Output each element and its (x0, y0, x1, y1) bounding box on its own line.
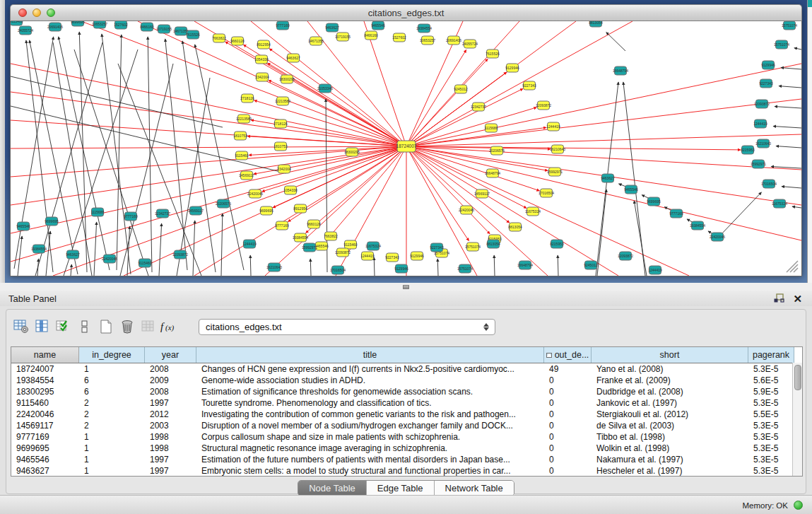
graph-node[interactable]: 12093872 (335, 248, 351, 257)
graph-node[interactable]: 12342737 (471, 103, 486, 111)
select-all-icon[interactable] (53, 317, 74, 337)
cell-out_degree[interactable]: 0 (544, 397, 592, 409)
import-table-icon[interactable] (138, 317, 159, 337)
graph-node[interactable]: 19384554 (690, 221, 705, 230)
cell-out_degree[interactable]: 0 (544, 386, 592, 397)
graph-node[interactable]: 12213589 (236, 115, 252, 123)
graph-node[interactable]: 19384554 (416, 24, 432, 33)
column-visibility-icon[interactable] (32, 317, 53, 337)
graph-node[interactable]: 11675324 (365, 242, 381, 250)
graph-node[interactable]: 9660128 (230, 37, 245, 45)
graph-node[interactable]: 8215953 (741, 146, 755, 154)
table-settings-icon[interactable] (11, 317, 32, 337)
graph-node[interactable]: 1054338 (283, 186, 298, 194)
column-header-out_degree[interactable]: out_de... (544, 347, 592, 363)
column-header-year[interactable]: year (145, 347, 196, 363)
divider-grip-icon[interactable] (403, 285, 409, 289)
graph-node[interactable]: 9465546 (16, 222, 30, 230)
graph-node[interactable]: 9699695 (45, 217, 59, 226)
graph-node[interactable]: 1115688 (485, 124, 498, 132)
graph-node[interactable]: 15751074 (774, 40, 789, 49)
graph-node[interactable]: 2718126 (273, 119, 288, 128)
column-header-name[interactable]: name (11, 347, 79, 363)
graph-node[interactable]: 7615526 (186, 30, 200, 39)
graph-node[interactable]: 9777169 (276, 21, 290, 30)
graph-node[interactable]: 16648794 (613, 66, 628, 75)
graph-node[interactable]: 9115460 (343, 240, 357, 249)
cell-title[interactable]: Estimation of significance thresholds fo… (196, 386, 544, 397)
cell-pagerank[interactable]: 5.3E-5 (748, 431, 794, 443)
table-row[interactable]: 911546021997Tourette syndrome. Phenomeno… (11, 397, 802, 409)
vertical-scrollbar[interactable] (792, 363, 802, 476)
cell-in_degree[interactable]: 6 (79, 375, 145, 386)
graph-node[interactable]: 16210643 (755, 139, 771, 148)
graph-node[interactable]: 22420046 (710, 233, 725, 241)
scrollbar-thumb[interactable] (794, 365, 801, 390)
graph-node[interactable]: 24055724 (462, 40, 478, 48)
graph-node[interactable]: 9115460 (138, 259, 151, 267)
graph-node[interactable]: 1054338 (254, 55, 269, 64)
cell-out_degree[interactable]: 0 (544, 431, 592, 443)
cell-pagerank[interactable]: 5.3E-5 (748, 397, 794, 409)
graph-node[interactable]: 12213589 (275, 97, 290, 105)
graph-node[interactable]: 8215953 (550, 240, 564, 248)
tab-edge-table[interactable]: Edge Table (367, 481, 435, 496)
graph-node[interactable]: 9129946 (410, 252, 424, 260)
cell-out_degree[interactable]: 0 (544, 420, 592, 431)
cell-title[interactable]: Corpus callosum shape and size in male p… (196, 431, 544, 443)
graph-node[interactable]: 8912954 (257, 40, 271, 49)
graph-node[interactable]: 2718126 (240, 94, 254, 103)
window-resize-grip[interactable] (784, 258, 799, 274)
cell-pagerank[interactable]: 5.9E-5 (748, 386, 794, 397)
graph-node[interactable]: 7663822 (212, 34, 226, 42)
cell-year[interactable]: 2009 (145, 375, 196, 386)
cell-name[interactable]: 9115460 (11, 397, 79, 409)
graph-node[interactable]: 1810753 (233, 132, 247, 140)
graph-node[interactable]: 2342004 (255, 73, 269, 81)
graph-node[interactable]: 15992971 (302, 243, 317, 252)
table-row[interactable]: 1938455462009Genome-wide association stu… (11, 375, 802, 386)
graph-node[interactable]: 9463627 (66, 250, 80, 259)
graph-node[interactable]: 12093872 (754, 100, 770, 108)
cell-name[interactable]: 18724007 (11, 363, 79, 375)
cell-in_degree[interactable]: 2 (79, 420, 145, 431)
graph-node[interactable]: 16210643 (550, 145, 565, 153)
graph-node[interactable]: 16210643 (266, 263, 282, 271)
new-table-icon[interactable] (95, 317, 117, 337)
cell-out_degree[interactable]: 0 (544, 454, 592, 465)
graph-node[interactable]: 8466160 (364, 31, 378, 40)
graph-node[interactable]: 1810753 (273, 142, 288, 151)
cell-year[interactable]: 1997 (145, 465, 196, 477)
cell-in_degree[interactable]: 2 (79, 409, 145, 420)
cell-title[interactable]: Investigating the contribution of common… (196, 409, 544, 420)
graph-node[interactable]: 9115460 (11, 21, 23, 25)
graph-node[interactable]: 18300295 (279, 75, 295, 83)
graph-node[interactable]: 17016504 (761, 180, 777, 188)
graph-node[interactable]: 8912954 (293, 204, 307, 213)
graph-node[interactable]: 12342737 (155, 209, 170, 218)
graph-node[interactable]: 22420046 (102, 255, 117, 263)
close-icon[interactable]: ✕ (793, 293, 802, 304)
graph-node[interactable]: 9129946 (505, 64, 519, 72)
table-row[interactable]: 946554611997Estimation of the future num… (11, 454, 802, 465)
cell-in_degree[interactable]: 1 (79, 363, 145, 375)
graph-node[interactable]: 12093872 (618, 252, 633, 260)
cell-pagerank[interactable]: 5.3E-5 (748, 443, 794, 454)
table-row[interactable]: 977716911998Corpus callosum shape and si… (11, 431, 802, 443)
graph-node[interactable]: 7615526 (486, 49, 500, 58)
graph-node[interactable]: 22420046 (459, 206, 474, 214)
graph-node[interactable]: 10719155 (335, 33, 351, 41)
cell-in_degree[interactable]: 6 (79, 386, 145, 397)
graph-node[interactable]: 18724007 (396, 141, 417, 152)
graph-node[interactable]: 9463627 (325, 23, 339, 32)
cell-name[interactable]: 19384554 (11, 375, 79, 386)
cell-year[interactable]: 1997 (145, 454, 196, 465)
tab-node-table[interactable]: Node Table (298, 481, 367, 496)
graph-node[interactable]: 14671355 (308, 37, 324, 45)
cell-title[interactable]: Structural magnetic resonance image aver… (196, 443, 544, 454)
graph-node[interactable]: 12093872 (172, 250, 188, 259)
graph-node[interactable]: 15992971 (751, 160, 766, 168)
network-canvas[interactable]: 9115460240557242069140696996951065325715… (10, 21, 802, 276)
cell-short[interactable]: de Silva et al. (2003) (592, 420, 748, 431)
graph-node[interactable]: 9129946 (394, 264, 408, 273)
